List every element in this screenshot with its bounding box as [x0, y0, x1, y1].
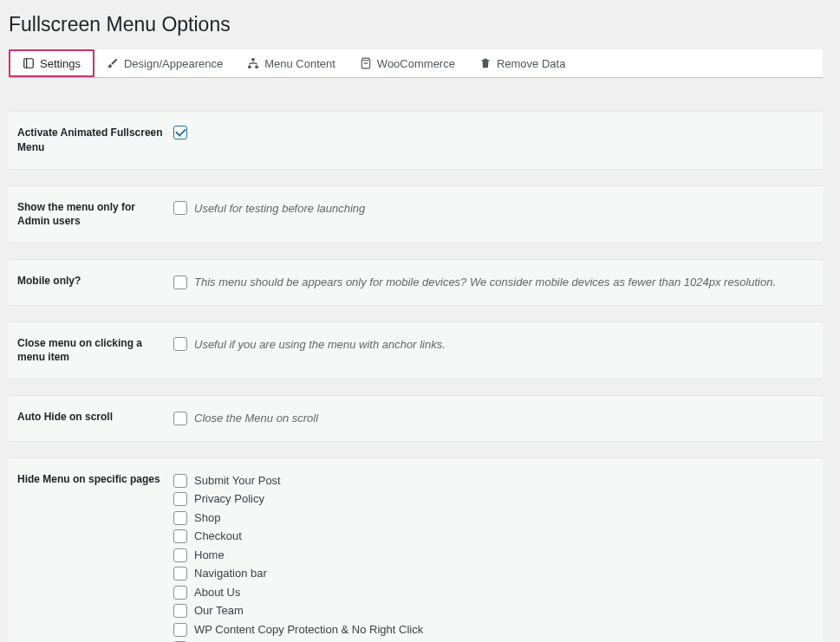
row-activate: Activate Animated Fullscreen Menu: [9, 111, 823, 170]
svg-rect-3: [248, 66, 251, 68]
tab-label: Remove Data: [497, 57, 565, 70]
sitemap-icon: [247, 57, 259, 69]
page-item: Privacy Policy: [173, 490, 814, 508]
page-item: WP Content Copy Protection & No Right Cl…: [173, 621, 814, 639]
hint-text: This menu should be appears only for mob…: [194, 274, 776, 291]
row-auto-hide: Auto Hide on scroll Close the Menu on sc…: [9, 395, 823, 442]
row-close-on-click: Close menu on clicking a menu item Usefu…: [9, 321, 823, 380]
admin-only-checkbox[interactable]: [173, 201, 187, 215]
page-checkbox[interactable]: [173, 586, 187, 600]
close-on-click-checkbox[interactable]: [173, 337, 187, 351]
page-item: Shop: [173, 509, 814, 527]
page-label: Privacy Policy: [194, 490, 264, 508]
page-label: WP Content Copy Protection & No Right Cl…: [194, 621, 423, 639]
page-label: Our Team: [194, 602, 244, 619]
tabs-nav: Settings Design/Appearence Menu Content …: [9, 49, 823, 78]
page-item: Checkout: [173, 528, 814, 545]
page-item: Submit Your Post: [173, 472, 814, 490]
shopping-bag-icon: [360, 57, 372, 69]
tab-menu-content[interactable]: Menu Content: [235, 49, 348, 77]
svg-rect-4: [256, 66, 259, 68]
page-checkbox[interactable]: [173, 529, 187, 543]
page-checkbox[interactable]: [173, 492, 187, 506]
hint-text: Close the Menu on scroll: [194, 410, 318, 427]
auto-hide-checkbox[interactable]: [173, 412, 187, 425]
row-label: Show the menu only for Admin users: [17, 200, 173, 230]
tab-label: Menu Content: [264, 57, 335, 70]
tab-settings[interactable]: Settings: [9, 49, 94, 77]
page-checkbox[interactable]: [173, 474, 187, 488]
hint-text: Useful if you are using the menu with an…: [194, 336, 446, 353]
tab-label: Settings: [40, 57, 81, 70]
mobile-only-checkbox[interactable]: [173, 276, 187, 289]
page-label: Navigation bar: [194, 565, 267, 582]
page-label: About Us: [194, 584, 240, 601]
page-checkbox[interactable]: [173, 567, 187, 580]
page-checkbox[interactable]: [173, 548, 187, 562]
row-hide-pages: Hide Menu on specific pages Submit Your …: [9, 457, 823, 642]
page-item: Navigation bar: [173, 565, 814, 582]
page-checkbox[interactable]: [173, 604, 187, 618]
row-admin-only: Show the menu only for Admin users Usefu…: [9, 185, 823, 244]
page-checkbox[interactable]: [173, 511, 187, 525]
activate-checkbox[interactable]: [173, 126, 187, 139]
pages-list: Submit Your PostPrivacy PolicyShopChecko…: [173, 472, 814, 642]
tab-design[interactable]: Design/Appearence: [94, 49, 235, 77]
tab-remove-data[interactable]: Remove Data: [467, 49, 577, 77]
row-label: Close menu on clicking a menu item: [17, 336, 173, 366]
page-label: Submit Your Post: [194, 472, 281, 490]
page-label: Home: [194, 547, 225, 564]
page-item: About Us: [173, 584, 814, 601]
trash-icon: [479, 57, 492, 69]
tab-woocommerce[interactable]: WooCommerce: [348, 49, 467, 77]
page-title: Fullscreen Menu Options: [9, 9, 823, 41]
tab-label: WooCommerce: [377, 57, 455, 70]
page-item: Our Team: [173, 602, 814, 619]
row-label: Mobile only?: [17, 274, 173, 289]
page-item: Home: [173, 547, 814, 564]
brush-icon: [107, 57, 119, 69]
svg-rect-2: [251, 58, 255, 61]
row-mobile-only: Mobile only? This menu should be appears…: [9, 259, 823, 306]
row-label: Hide Menu on specific pages: [17, 472, 173, 487]
svg-rect-0: [24, 59, 34, 68]
page-checkbox[interactable]: [173, 623, 187, 637]
settings-icon: [23, 57, 35, 69]
page-label: Checkout: [194, 528, 242, 545]
tab-label: Design/Appearence: [124, 57, 223, 70]
hint-text: Useful for testing before launching: [194, 200, 365, 217]
page-label: Shop: [194, 509, 220, 527]
row-label: Auto Hide on scroll: [17, 410, 173, 425]
row-label: Activate Animated Fullscreen Menu: [17, 126, 173, 155]
